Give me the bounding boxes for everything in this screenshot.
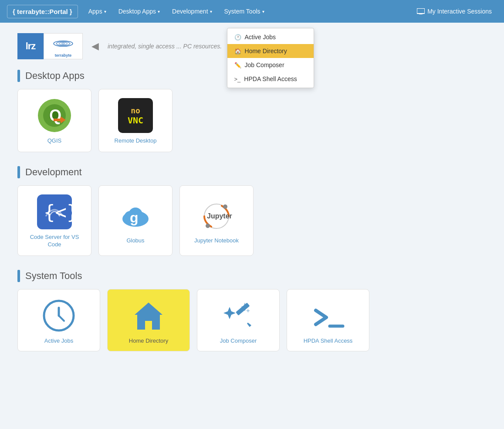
dropdown-home-directory[interactable]: 🏠 Home Directory	[227, 44, 314, 58]
dropdown-job-composer[interactable]: ✏️ Job Composer	[227, 58, 314, 72]
development-header: Development	[17, 166, 487, 178]
system-tools-dropdown: 🕐 Active Jobs 🏠 Home Directory ✏️ Job Co…	[227, 28, 314, 88]
section-bar-system	[17, 270, 20, 282]
system-tools-header: System Tools	[17, 270, 487, 282]
system-tools-title: System Tools	[25, 270, 82, 282]
clock-icon	[41, 298, 76, 333]
svg-rect-28	[236, 303, 250, 316]
terminal-icon: >_	[234, 76, 241, 82]
qgis-label: QGIS	[47, 137, 62, 145]
app-card-vscode[interactable]: {<} Code Server for VS Code	[17, 185, 91, 256]
hero-arrow: ◀	[91, 41, 99, 52]
desktop-apps-title: Desktop Apps	[25, 70, 85, 82]
nav-apps[interactable]: Apps ▾	[83, 5, 112, 17]
qgis-icon: Q	[37, 98, 72, 133]
hero-text: integrated, single access ... PC resourc…	[108, 43, 222, 50]
jupyter-icon: Jupyter	[199, 198, 234, 233]
dropdown-active-jobs[interactable]: 🕐 Active Jobs	[227, 30, 314, 44]
dropdown-hpda-shell[interactable]: >_ HPDA Shell Access	[227, 72, 314, 86]
terminal-icon	[311, 298, 345, 333]
svg-text:g: g	[130, 210, 139, 225]
svg-marker-27	[135, 303, 162, 330]
svg-point-5	[59, 42, 68, 45]
development-grid: {<} Code Server for VS Code g	[17, 185, 487, 256]
app-card-qgis[interactable]: Q QGIS	[17, 89, 91, 152]
svg-text:Jupyter: Jupyter	[207, 212, 232, 220]
lrz-logo: lrz	[17, 33, 44, 59]
terrabyte-rings	[52, 35, 74, 52]
home-icon: 🏠	[234, 48, 241, 54]
section-bar-desktop	[17, 70, 20, 82]
vscode-icon: {<}	[37, 194, 72, 229]
monitor-icon	[417, 8, 425, 14]
svg-rect-12	[54, 119, 61, 121]
svg-marker-29	[247, 323, 251, 327]
home-directory-label: Home Directory	[129, 337, 168, 344]
nav-development[interactable]: Development ▾	[167, 5, 217, 17]
hpda-shell-label: HPDA Shell Access	[304, 337, 353, 344]
nav-system-tools[interactable]: System Tools ▾	[219, 5, 270, 17]
svg-line-26	[59, 316, 64, 321]
svg-text:Q: Q	[49, 106, 61, 124]
system-tools-grid: Active Jobs Home Directory	[17, 289, 487, 351]
navbar: { terrabyte::Portal } Apps ▾ Desktop App…	[0, 0, 504, 23]
clock-icon: 🕐	[234, 34, 241, 41]
job-composer-label: Job Composer	[220, 337, 257, 344]
novnc-icon: no VNC	[118, 98, 153, 133]
svg-rect-0	[417, 8, 425, 14]
app-card-job-composer[interactable]: Job Composer	[197, 289, 280, 351]
compose-icon: ✏️	[234, 62, 241, 68]
nav-desktop-apps[interactable]: Desktop Apps ▾	[113, 5, 165, 17]
app-card-remote-desktop[interactable]: no VNC Remote Desktop	[98, 89, 173, 152]
jupyter-label: Jupyter Notebook	[194, 237, 239, 245]
development-title: Development	[25, 167, 82, 178]
section-bar-development	[17, 166, 20, 178]
app-card-active-jobs[interactable]: Active Jobs	[17, 289, 100, 351]
compose-icon	[221, 298, 256, 333]
vscode-label: Code Server for VS Code	[23, 234, 86, 249]
hero-logos: lrz terrabyte	[17, 33, 83, 59]
app-card-hpda-shell[interactable]: HPDA Shell Access	[287, 289, 369, 351]
svg-text:{<}: {<}	[44, 201, 72, 223]
globus-label: Globus	[126, 237, 144, 245]
nav-sessions[interactable]: My Interactive Sessions	[412, 5, 497, 17]
svg-point-21	[223, 204, 227, 209]
remote-desktop-label: Remote Desktop	[115, 137, 157, 145]
svg-point-6	[61, 43, 65, 44]
nav-system-tools-container: System Tools ▾ 🕐 Active Jobs 🏠 Home Dire…	[219, 5, 270, 17]
home-icon	[131, 298, 166, 333]
svg-point-22	[206, 224, 210, 228]
brand[interactable]: { terrabyte::Portal }	[7, 5, 78, 18]
active-jobs-label: Active Jobs	[44, 337, 73, 344]
terrabyte-logo: terrabyte	[44, 33, 83, 59]
app-card-home-directory[interactable]: Home Directory	[107, 289, 190, 351]
desktop-apps-grid: Q QGIS no VNC Remote Desktop	[17, 89, 487, 152]
app-card-globus[interactable]: g Globus	[98, 185, 173, 256]
globus-icon: g	[118, 198, 153, 233]
app-card-jupyter[interactable]: Jupyter Jupyter Notebook	[179, 185, 254, 256]
